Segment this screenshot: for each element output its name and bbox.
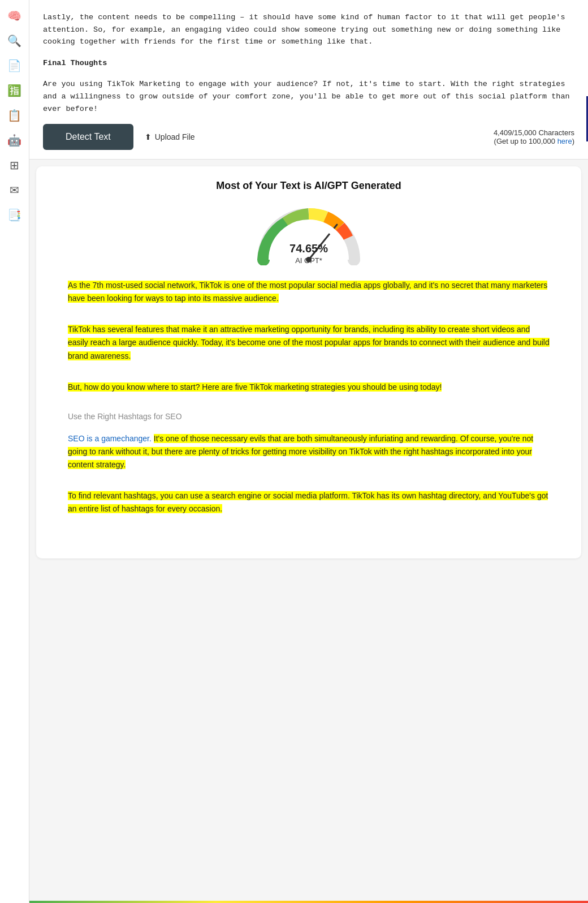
- document-icon[interactable]: 📄: [5, 55, 25, 76]
- input-section: Lastly, the content needs to be compelli…: [29, 0, 588, 160]
- upload-file-button[interactable]: ⬆ Upload File: [145, 132, 195, 141]
- highlighted-text-3: But, how do you know where to start? Her…: [68, 382, 442, 392]
- text-block-1: As the 7th most-used social network, Tik…: [68, 279, 550, 305]
- main-content: Lastly, the content needs to be compelli…: [29, 0, 588, 903]
- section-heading-hashtags: Use the Right Hashtags for SEO: [68, 412, 550, 421]
- final-thoughts-title: Final Thoughts: [43, 57, 574, 70]
- text-block-4: SEO is a gamechanger. It's one of those …: [68, 432, 550, 471]
- highlighted-text-2: TikTok has several features that make it…: [68, 325, 550, 360]
- grid-icon[interactable]: ⊞: [5, 155, 25, 175]
- gauge-label: 74.65% AI GPT*: [289, 242, 328, 265]
- seo-link: SEO is a gamechanger.: [68, 434, 152, 443]
- document-search-icon[interactable]: 🔍: [5, 31, 25, 51]
- highlighted-text-5: To find relevant hashtags, you can use a…: [68, 491, 548, 513]
- highlighted-text-1: As the 7th most-used social network, Tik…: [68, 281, 547, 303]
- gauge-sub-label: AI GPT*: [295, 256, 322, 265]
- char-count: 4,409/15,000 Characters (Get up to 100,0…: [494, 128, 574, 145]
- ai-text-icon[interactable]: 🤖: [5, 130, 25, 150]
- gauge-chart: 74.65% AI GPT*: [252, 203, 365, 265]
- email-icon[interactable]: ✉: [5, 180, 25, 200]
- brain-icon[interactable]: 🧠: [5, 6, 25, 26]
- sidebar: 🧠 🔍 📄 🈯 📋 🤖 ⊞ ✉ 📑: [0, 0, 29, 903]
- input-paragraph-2: Are you using TikTok Marketing to engage…: [43, 78, 574, 115]
- text-block-3: But, how do you know where to start? Her…: [68, 381, 550, 394]
- translation-icon[interactable]: 🈯: [5, 80, 25, 101]
- text-block-2: TikTok has several features that make it…: [68, 323, 550, 362]
- upload-icon: ⬆: [145, 132, 152, 141]
- gauge-percent: 74.65%: [289, 242, 328, 255]
- action-bar: Detect Text ⬆ Upload File 4,409/15,000 C…: [43, 124, 574, 150]
- char-count-link[interactable]: here: [557, 137, 572, 145]
- document2-icon[interactable]: 📋: [5, 105, 25, 126]
- detect-text-button[interactable]: Detect Text: [43, 124, 133, 150]
- input-paragraph-1: Lastly, the content needs to be compelli…: [43, 11, 574, 48]
- result-section: Most of Your Text is AI/GPT Generated: [36, 166, 581, 558]
- input-text-area: Lastly, the content needs to be compelli…: [43, 11, 574, 115]
- result-title: Most of Your Text is AI/GPT Generated: [52, 180, 565, 192]
- gauge-container: 74.65% AI GPT*: [52, 203, 565, 265]
- text-block-5: To find relevant hashtags, you can use a…: [68, 489, 550, 515]
- bottom-gradient-bar: [29, 901, 588, 903]
- list-icon[interactable]: 📑: [5, 205, 25, 225]
- content-area: As the 7th most-used social network, Tik…: [52, 279, 565, 545]
